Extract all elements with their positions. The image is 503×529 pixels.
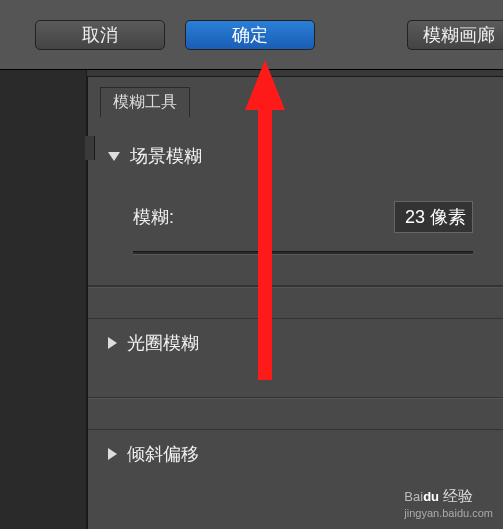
blur-value-input[interactable]: 23 像素 [394,201,473,233]
blur-slider-track[interactable] [133,251,473,255]
blur-tools-panel: 模糊工具 场景模糊 模糊: 23 像素 光圈模糊 倾斜偏移 [87,76,503,529]
divider [88,397,503,399]
watermark-jingyan: 经验 [443,487,473,504]
divider [88,286,503,288]
panel-edge [85,136,95,160]
panel-content: 场景模糊 模糊: 23 像素 光圈模糊 倾斜偏移 [88,77,503,478]
section-title: 光圈模糊 [127,331,199,355]
watermark-brand: Baidu [404,489,439,504]
watermark-url: jingyan.baidu.com [404,507,493,519]
blur-label: 模糊: [133,205,174,229]
cancel-button[interactable]: 取消 [35,20,165,50]
section-title: 倾斜偏移 [127,442,199,466]
ok-button[interactable]: 确定 [185,20,315,50]
top-toolbar: 取消 确定 模糊画廊 [0,0,503,70]
expand-right-icon [108,448,117,460]
watermark: Baidu 经验 jingyan.baidu.com [404,487,493,521]
section-tilt-shift-header[interactable]: 倾斜偏移 [88,429,503,478]
expand-right-icon [108,337,117,349]
panel-tab-title[interactable]: 模糊工具 [100,87,190,117]
section-field-blur-body: 模糊: 23 像素 [88,180,503,286]
section-field-blur-header[interactable]: 场景模糊 [88,132,503,180]
collapse-down-icon [108,152,120,161]
workspace-area [0,70,87,529]
blur-slider-row: 模糊: 23 像素 [133,205,473,229]
section-iris-blur-header[interactable]: 光圈模糊 [88,318,503,367]
gallery-button[interactable]: 模糊画廊 [407,20,503,50]
section-title: 场景模糊 [130,144,202,168]
